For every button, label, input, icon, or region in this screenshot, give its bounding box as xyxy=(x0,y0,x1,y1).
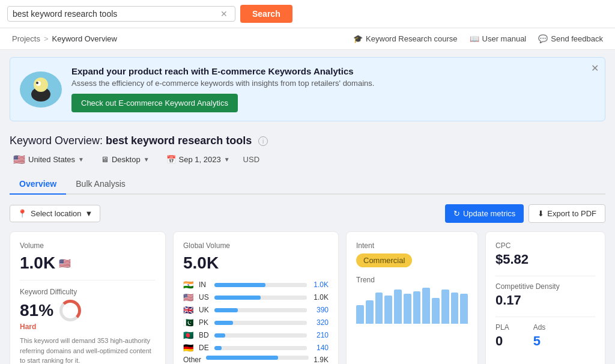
bar-fill xyxy=(214,296,261,300)
country-row: 🇮🇳 IN 1.0K xyxy=(183,280,329,290)
bar-bg xyxy=(214,296,307,300)
location-placeholder: Select location xyxy=(31,209,82,218)
currency-label: USD xyxy=(243,155,259,164)
intent-trend-card: Intent Commercial Trend xyxy=(346,231,478,364)
filters-row: 🇺🇸 United States ▼ 🖥 Desktop ▼ 📅 Sep 1, … xyxy=(10,152,605,167)
country-row: 🇬🇧 UK 390 xyxy=(183,305,329,315)
other-value: 1.9K xyxy=(314,356,329,364)
global-volume-card: Global Volume 5.0K 🇮🇳 IN 1.0K 🇺🇸 US 1.0K… xyxy=(173,231,339,364)
country-code: PK xyxy=(199,318,211,327)
banner-close-button[interactable]: ✕ xyxy=(591,62,599,74)
cpc-value: $5.82 xyxy=(495,252,595,267)
country-flag: 🇮🇳 xyxy=(183,280,195,290)
card-divider xyxy=(20,280,156,281)
tabs: Overview Bulk Analysis xyxy=(10,174,605,195)
intent-badge: Commercial xyxy=(356,253,412,267)
country-filter[interactable]: 🇺🇸 United States ▼ xyxy=(10,152,88,167)
country-code: IN xyxy=(199,281,211,289)
tab-bulk-analysis[interactable]: Bulk Analysis xyxy=(66,174,135,195)
feedback-icon: 💬 xyxy=(538,34,548,43)
country-row: 🇵🇰 PK 320 xyxy=(183,318,329,327)
country-label: United States xyxy=(28,155,75,164)
feedback-label: Send feedback xyxy=(551,34,603,43)
bar-bg xyxy=(214,283,307,287)
refresh-icon: ↻ xyxy=(453,209,460,218)
update-metrics-label: Update metrics xyxy=(463,209,515,218)
banner-cta-button[interactable]: Check out E-commerce Keyword Analytics xyxy=(71,94,238,112)
trend-label: Trend xyxy=(356,276,468,284)
toolbar: 📍 Select location ▼ ↻ Update metrics ⬇ E… xyxy=(10,204,605,223)
trend-bar-item xyxy=(375,293,383,324)
trend-bar-item xyxy=(422,288,430,324)
pla-ads-row: PLA 0 Ads 5 xyxy=(495,323,595,357)
pla-section: PLA 0 xyxy=(495,323,509,349)
top-nav: Projects > Keyword Overview 🎓 Keyword Re… xyxy=(0,28,615,50)
kd-donut-chart xyxy=(59,300,81,321)
trend-area: Trend xyxy=(356,276,468,324)
bar-value: 320 xyxy=(311,318,329,327)
ads-label: Ads xyxy=(533,323,546,332)
tab-overview[interactable]: Overview xyxy=(10,174,66,195)
export-pdf-label: Export to PDF xyxy=(547,209,596,218)
bar-bg xyxy=(214,308,307,312)
country-flag: 🇬🇧 xyxy=(183,305,195,315)
location-select[interactable]: 📍 Select location ▼ xyxy=(10,205,100,222)
trend-bar-item xyxy=(451,293,459,324)
metric-divider-2 xyxy=(495,317,595,317)
location-icon: 📍 xyxy=(17,209,27,218)
bar-bg xyxy=(214,321,307,325)
gv-value: 5.0K xyxy=(183,253,329,273)
search-input[interactable] xyxy=(13,9,218,19)
trend-bar-item xyxy=(384,296,392,324)
volume-kd-card: Volume 1.0K 🇺🇸 Keyword Difficulty 81% Ha… xyxy=(10,231,166,364)
country-row: 🇧🇩 BD 210 xyxy=(183,330,329,340)
cpc-label: CPC xyxy=(495,241,595,250)
update-metrics-button[interactable]: ↻ Update metrics xyxy=(445,204,524,223)
pla-value: 0 xyxy=(495,333,509,349)
bar-value: 1.0K xyxy=(311,293,329,302)
course-link[interactable]: 🎓 Keyword Research course xyxy=(353,34,457,43)
kd-value: 81% xyxy=(20,300,156,321)
country-rows: 🇮🇳 IN 1.0K 🇺🇸 US 1.0K 🇬🇧 UK 390 🇵🇰 PK 32… xyxy=(183,280,329,353)
date-chevron-icon: ▼ xyxy=(224,156,230,163)
country-chevron-icon: ▼ xyxy=(78,156,84,163)
intent-label: Intent xyxy=(356,241,468,250)
search-button[interactable]: Search xyxy=(240,5,292,23)
date-label: Sep 1, 2023 xyxy=(179,155,221,164)
country-code: US xyxy=(199,293,211,302)
banner-description: Assess the efficiency of e-commerce keyw… xyxy=(71,79,374,88)
breadcrumb: Projects > Keyword Overview xyxy=(12,34,117,43)
device-icon: 🖥 xyxy=(101,155,109,164)
page-title-prefix: Keyword Overview: xyxy=(10,135,103,147)
country-row: 🇺🇸 US 1.0K xyxy=(183,293,329,302)
country-flag: 🇩🇪 xyxy=(183,343,195,353)
clear-icon[interactable]: ✕ xyxy=(218,9,230,19)
metric-divider-1 xyxy=(495,276,595,276)
export-pdf-button[interactable]: ⬇ Export to PDF xyxy=(529,204,605,223)
device-filter[interactable]: 🖥 Desktop ▼ xyxy=(97,153,153,166)
cd-value: 0.17 xyxy=(495,293,595,308)
us-flag-icon: 🇺🇸 xyxy=(13,154,25,165)
volume-label: Volume xyxy=(20,241,156,250)
search-bar: ✕ Search xyxy=(0,0,615,28)
info-icon[interactable]: i xyxy=(258,136,268,146)
kd-number: 81% xyxy=(20,301,53,320)
cd-label: Competitive Density xyxy=(495,282,595,291)
breadcrumb-projects[interactable]: Projects xyxy=(12,34,40,43)
ads-value: 5 xyxy=(533,333,546,349)
trend-bar-item xyxy=(413,291,421,324)
promo-banner: Expand your product reach with E-commerc… xyxy=(10,57,605,121)
cards-grid: Volume 1.0K 🇺🇸 Keyword Difficulty 81% Ha… xyxy=(10,231,605,364)
trend-bar-item xyxy=(404,294,411,324)
country-flag: 🇺🇸 xyxy=(183,293,195,302)
date-filter[interactable]: 📅 Sep 1, 2023 ▼ xyxy=(163,153,234,166)
bar-fill xyxy=(214,321,233,325)
feedback-link[interactable]: 💬 Send feedback xyxy=(538,34,603,43)
svg-point-4 xyxy=(36,82,38,84)
competitive-density-section: Competitive Density 0.17 xyxy=(495,282,595,308)
banner-illustration xyxy=(20,71,62,108)
manual-label: User manual xyxy=(482,34,527,43)
metrics-card: CPC $5.82 Competitive Density 0.17 PLA 0… xyxy=(485,231,605,364)
manual-link[interactable]: 📖 User manual xyxy=(470,34,527,43)
banner-title: Expand your product reach with E-commerc… xyxy=(71,66,374,76)
